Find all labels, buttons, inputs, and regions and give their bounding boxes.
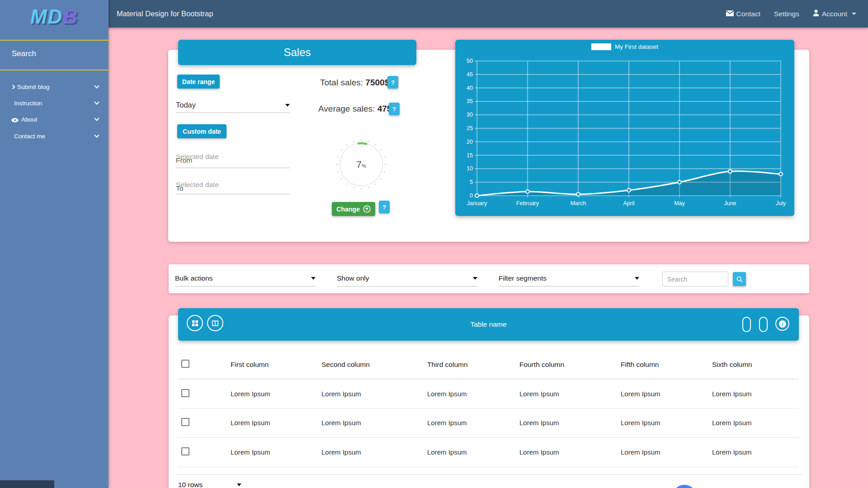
table-cell: Lorem Ipsum [712,408,799,437]
bulk-actions-value: Bulk actions [175,274,213,282]
grid-view-button[interactable] [187,315,203,331]
total-sales-value: 7500$ [365,78,389,87]
legend-label: My First dataset [615,43,658,50]
column-header: Third column [427,352,519,379]
row-checkbox[interactable] [181,447,189,455]
change-label: Change [336,206,359,213]
settings-link[interactable]: Settings [774,10,799,18]
table-cell: Lorem Ipsum [427,379,519,408]
line-chart: 05101520253035404550JanuaryFebruaryMarch… [455,53,794,214]
account-menu[interactable]: Account [813,9,856,18]
svg-text:20: 20 [467,139,473,145]
columns-icon [212,320,218,326]
sidebar-search-input[interactable] [12,46,98,61]
mdb-logo: MDB [0,5,108,28]
show-only-select[interactable]: Show only [337,270,477,286]
average-sales-help-button[interactable]: ? [389,103,400,115]
account-label: Account [822,10,847,18]
average-sales-label: Average sales: [318,104,375,113]
svg-text:February: February [516,200,539,206]
caret-down-icon [285,104,290,107]
table-cell: Lorem Ipsum [621,437,712,467]
divider [0,40,108,41]
date-to-label: To [176,184,183,192]
date-from-label: From [176,156,192,164]
table-row: Lorem IpsumLorem IpsumLorem IpsumLorem I… [178,437,799,467]
change-button[interactable]: Change [332,202,375,216]
pill-icon[interactable] [759,317,768,332]
columns-view-button[interactable] [207,315,223,331]
pagination-button[interactable] [672,485,697,488]
contact-link[interactable]: Contact [726,10,760,18]
row-checkbox[interactable] [181,418,189,426]
table-cell: Lorem Ipsum [712,379,799,408]
filter-segments-value: Filter segments [499,274,547,282]
rows-per-page-select[interactable]: 10 rows [178,481,269,488]
chevron-down-icon [94,132,99,137]
chevron-down-icon [94,116,99,121]
caret-down-icon [852,13,856,15]
total-sales-label: Total sales: [320,78,363,87]
table-cell: Lorem Ipsum [427,408,519,437]
table-cell: Lorem Ipsum [519,437,621,467]
arrow-up-circle-icon [363,205,371,213]
chevron-down-icon [94,99,99,104]
data-table-panel: Table name i First columnSecond columnTh… [169,315,809,488]
table-cell: Lorem Ipsum [321,379,427,408]
pill-icon[interactable] [742,317,751,332]
sales-panel-title: Sales [178,40,416,65]
sidebar-item-submit-blog[interactable]: Submit blog [0,79,108,95]
table-search-button[interactable] [733,272,746,286]
chevron-right-icon [11,84,15,89]
divider [176,474,802,475]
show-only-value: Show only [337,274,369,282]
total-sales-help-button[interactable]: ? [387,76,398,89]
grid-icon [192,320,198,326]
sidebar-item-about[interactable]: About [0,111,108,127]
svg-text:30: 30 [467,112,473,118]
svg-text:May: May [674,200,685,206]
rows-per-page-value: 10 rows [178,481,203,488]
sidebar-item-contact-me[interactable]: Contact me [0,128,108,144]
custom-date-button[interactable]: Custom date [177,124,226,138]
date-preset-select[interactable]: Today [176,98,290,113]
table-header-row: First columnSecond columnThird columnFou… [178,352,799,379]
table-cell: Lorem Ipsum [621,408,712,437]
svg-text:April: April [623,200,634,206]
date-preset-value: Today [176,101,196,109]
top-navbar: Material Design for Bootstrap Contact Se… [108,0,868,28]
date-range-button[interactable]: Date range [177,75,220,89]
total-sales-stat: Total sales: 7500$ [320,78,389,88]
sidebar-footer-strip [0,480,54,488]
table-cell: Lorem Ipsum [321,437,427,467]
column-header: First column [231,352,321,379]
settings-label: Settings [774,10,799,18]
column-header: Sixth column [712,352,799,379]
caret-down-icon [635,277,639,280]
table-info-button[interactable]: i [775,317,789,331]
caret-down-icon [311,277,316,280]
svg-text:10: 10 [467,165,473,172]
app-title: Material Design for Bootstrap [117,9,213,18]
table-search-input[interactable] [662,272,728,286]
average-sales-stat: Average sales: 475$ [318,104,396,114]
table-row: Lorem IpsumLorem IpsumLorem IpsumLorem I… [178,379,799,408]
chart-legend[interactable]: My First dataset [455,43,794,50]
svg-text:40: 40 [467,85,473,91]
table-title: Table name [470,320,506,328]
select-all-checkbox[interactable] [181,360,189,368]
legend-swatch [591,43,611,50]
bulk-actions-select[interactable]: Bulk actions [175,270,316,286]
date-from-input[interactable]: Selected date From [176,152,290,168]
table-cell: Lorem Ipsum [519,408,621,437]
svg-text:35: 35 [467,98,473,104]
date-to-input[interactable]: Selected date To [176,180,290,194]
change-help-button[interactable]: ? [379,201,390,213]
svg-text:25: 25 [467,125,473,131]
filter-segments-select[interactable]: Filter segments [499,270,639,286]
user-icon [813,9,819,18]
caret-down-icon [237,483,241,486]
table-filter-bar: Bulk actions Show only Filter segments [169,264,809,293]
sidebar-item-instruction[interactable]: Instruction [0,95,108,111]
row-checkbox[interactable] [181,389,189,397]
